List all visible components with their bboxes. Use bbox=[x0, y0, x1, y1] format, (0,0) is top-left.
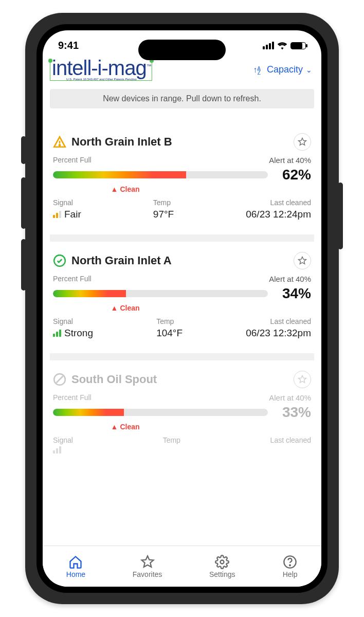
cell-signal-icon bbox=[263, 42, 274, 49]
tab-label: Help bbox=[283, 570, 298, 578]
percent-full-label: Percent Full bbox=[53, 393, 92, 402]
fill-bar bbox=[53, 171, 268, 178]
signal-bars-icon bbox=[53, 211, 61, 218]
tab-help[interactable]: Help bbox=[282, 555, 298, 578]
signal-label: Signal bbox=[53, 198, 81, 207]
help-icon bbox=[282, 555, 298, 569]
tab-bar: Home Favorites Settings Help bbox=[43, 546, 321, 587]
favorite-button[interactable] bbox=[294, 371, 311, 388]
star-icon bbox=[298, 375, 307, 384]
side-button bbox=[21, 239, 26, 291]
alert-threshold: Alert at 40% bbox=[269, 393, 311, 402]
percent-full-label: Percent Full bbox=[53, 156, 92, 165]
fill-bar bbox=[53, 409, 268, 416]
clean-indicator: ▲Clean bbox=[53, 304, 311, 312]
side-button bbox=[21, 177, 26, 229]
phone-frame: 9:41 intell-i-mag™ U.S. Patent 10,543,49… bbox=[25, 13, 339, 604]
device-list[interactable]: North Grain Inlet BPercent FullAlert at … bbox=[43, 129, 321, 546]
svg-point-1 bbox=[59, 144, 60, 146]
signal-value: Fair bbox=[53, 209, 81, 220]
tab-label: Settings bbox=[209, 570, 235, 578]
offline-icon bbox=[53, 373, 66, 386]
signal-value bbox=[53, 446, 73, 453]
device-card[interactable]: North Grain Inlet APercent FullAlert at … bbox=[50, 234, 314, 346]
last-cleaned-label: Last cleaned bbox=[246, 198, 311, 207]
device-name: South Oil Spout bbox=[71, 373, 288, 386]
svg-point-5 bbox=[221, 560, 224, 564]
tab-label: Home bbox=[66, 570, 85, 578]
tab-settings[interactable]: Settings bbox=[209, 555, 235, 578]
clock: 9:41 bbox=[58, 40, 79, 51]
refresh-banner[interactable]: New devices in range. Pull down to refre… bbox=[50, 89, 314, 108]
sort-az-icon: ↑AZ bbox=[253, 65, 264, 75]
tab-favorites[interactable]: Favorites bbox=[133, 555, 162, 578]
favorite-button[interactable] bbox=[294, 252, 311, 269]
side-button bbox=[21, 136, 26, 164]
gear-icon bbox=[214, 555, 230, 569]
device-name: North Grain Inlet A bbox=[71, 254, 288, 267]
last-cleaned-value: 06/23 12:24pm bbox=[246, 209, 311, 220]
alert-threshold: Alert at 40% bbox=[269, 275, 311, 283]
last-cleaned-value: 06/23 12:32pm bbox=[246, 328, 311, 339]
temp-label: Temp bbox=[163, 436, 180, 444]
signal-bars-icon bbox=[53, 446, 61, 453]
star-icon bbox=[298, 137, 307, 147]
favorite-button[interactable] bbox=[294, 133, 311, 151]
signal-label: Signal bbox=[53, 317, 93, 325]
alert-threshold: Alert at 40% bbox=[269, 156, 311, 165]
fill-bar bbox=[53, 290, 268, 297]
sort-button[interactable]: ↑AZ Capacity ⌄ bbox=[253, 64, 312, 75]
star-icon bbox=[298, 256, 307, 265]
home-icon bbox=[68, 555, 83, 569]
wifi-icon bbox=[277, 42, 287, 50]
device-card[interactable]: North Grain Inlet BPercent FullAlert at … bbox=[50, 129, 314, 227]
device-card[interactable]: South Oil SpoutPercent FullAlert at 40%3… bbox=[50, 353, 314, 461]
signal-bars-icon bbox=[53, 330, 61, 337]
temp-label: Temp bbox=[156, 317, 183, 325]
last-cleaned-label: Last cleaned bbox=[270, 436, 311, 444]
tab-label: Favorites bbox=[133, 570, 162, 578]
signal-value: Strong bbox=[53, 328, 93, 339]
percent-value: 62% bbox=[275, 167, 311, 183]
svg-line-4 bbox=[57, 376, 63, 383]
app-logo: intell-i-mag™ U.S. Patent 10,543,497 and… bbox=[52, 57, 151, 83]
percent-full-label: Percent Full bbox=[53, 275, 92, 283]
sort-label: Capacity bbox=[267, 64, 303, 75]
chevron-down-icon: ⌄ bbox=[306, 66, 312, 74]
clean-indicator: ▲Clean bbox=[53, 185, 311, 193]
temp-value: 104°F bbox=[156, 328, 183, 339]
svg-point-7 bbox=[289, 565, 290, 566]
temp-value: 97°F bbox=[153, 209, 174, 220]
warning-icon bbox=[53, 135, 66, 149]
device-name: North Grain Inlet B bbox=[71, 135, 288, 149]
clean-indicator: ▲Clean bbox=[53, 423, 311, 431]
side-button bbox=[338, 183, 343, 249]
notch bbox=[138, 40, 226, 60]
percent-value: 33% bbox=[275, 404, 311, 421]
temp-label: Temp bbox=[153, 198, 174, 207]
star-icon bbox=[140, 555, 155, 569]
tab-home[interactable]: Home bbox=[66, 555, 85, 578]
last-cleaned-label: Last cleaned bbox=[246, 317, 311, 325]
percent-value: 34% bbox=[275, 285, 311, 302]
signal-label: Signal bbox=[53, 436, 73, 444]
battery-icon bbox=[290, 42, 306, 49]
check-circle-icon bbox=[53, 254, 66, 267]
